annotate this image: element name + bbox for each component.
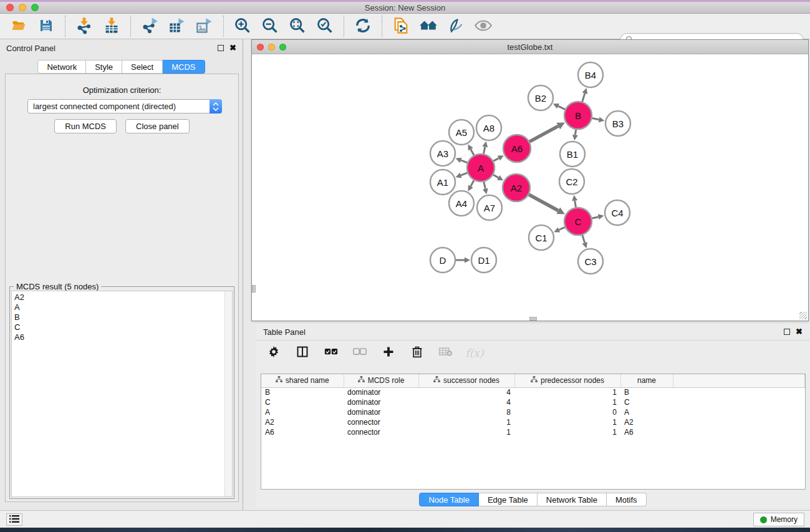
column-layout-button[interactable]	[294, 345, 311, 361]
graph-edge[interactable]	[575, 130, 576, 135]
mcds-result-item[interactable]: A	[14, 302, 232, 312]
close-panel-button[interactable]: Close panel	[125, 119, 190, 133]
export-image-button[interactable]	[195, 17, 215, 36]
table-cell[interactable]: connector	[344, 427, 418, 437]
resize-grip[interactable]	[799, 312, 807, 319]
tab-motifs[interactable]: Motifs	[607, 493, 647, 506]
table-cell[interactable]: dominator	[344, 387, 418, 397]
network-window-titlebar[interactable]: testGlobe.txt	[252, 40, 808, 54]
mcds-result-item[interactable]: A2	[14, 293, 232, 302]
mcds-result-list[interactable]: A2ABCA6	[11, 291, 233, 497]
graph-edge[interactable]	[471, 149, 474, 155]
column-header[interactable]: predecessor nodes	[514, 374, 620, 387]
tab-node-table[interactable]: Node Table	[419, 493, 479, 506]
graph-edge[interactable]	[592, 217, 598, 218]
column-header[interactable]: name	[620, 374, 673, 387]
graph-edge[interactable]	[582, 94, 585, 102]
tab-edge-table[interactable]: Edge Table	[479, 493, 538, 506]
close-panel-icon[interactable]: ✖	[229, 45, 236, 51]
mcds-result-item[interactable]: B	[14, 312, 232, 322]
criterion-dropdown[interactable]: largest connected component (directed)	[27, 99, 222, 114]
graph-edge[interactable]	[575, 201, 576, 208]
mcds-result-item[interactable]: A6	[14, 332, 232, 342]
column-header[interactable]: shared name	[261, 374, 344, 387]
refresh-button[interactable]	[353, 17, 373, 36]
graph-edge[interactable]	[582, 235, 585, 243]
table-cell[interactable]: connector	[344, 417, 418, 427]
table-row[interactable]: Bdominator41B	[261, 387, 805, 397]
delete-table-button[interactable]	[438, 345, 454, 361]
table-cell[interactable]: C	[261, 397, 344, 407]
unselect-all-button[interactable]	[352, 345, 368, 361]
float-table-panel-icon[interactable]	[784, 329, 790, 335]
function-builder-button[interactable]: f(x)	[466, 345, 483, 361]
tab-network-table[interactable]: Network Table	[538, 493, 607, 506]
table-cell[interactable]: 1	[514, 427, 620, 437]
graph-edge[interactable]	[471, 180, 474, 186]
task-history-button[interactable]	[6, 513, 22, 526]
graph-edge[interactable]	[529, 195, 558, 211]
table-cell[interactable]: 1	[514, 387, 620, 397]
open-session-button[interactable]	[9, 17, 29, 36]
network-canvas[interactable]: A5A8A3A1A4A7AA6A2B2B4BB3B1C2CC4C1C3DD1	[252, 54, 808, 321]
table-cell[interactable]: 4	[418, 387, 514, 397]
table-cell[interactable]: 0	[514, 407, 620, 417]
column-header[interactable]: MCDS role	[344, 374, 418, 387]
mcds-result-item[interactable]: C	[14, 322, 232, 332]
zoom-fit-button[interactable]	[287, 17, 307, 36]
graph-edge[interactable]	[493, 158, 499, 162]
table-row[interactable]: A6connector11A6	[261, 427, 805, 437]
tab-select[interactable]: Select	[122, 60, 163, 74]
table-cell[interactable]: B	[620, 387, 673, 397]
annotation-pen-button[interactable]	[446, 17, 466, 36]
select-all-button[interactable]	[323, 345, 339, 361]
copy-network-button[interactable]	[391, 17, 411, 36]
graph-edge[interactable]	[461, 173, 467, 175]
node-table[interactable]: shared nameMCDS rolesuccessor nodesprede…	[261, 374, 806, 490]
graph-edge[interactable]	[559, 227, 565, 230]
graph-edge[interactable]	[529, 126, 558, 142]
table-cell[interactable]: 1	[514, 397, 620, 407]
table-cell[interactable]: A6	[620, 427, 673, 437]
table-cell[interactable]: B	[261, 387, 344, 397]
graph-edge[interactable]	[493, 175, 498, 178]
graph-edge[interactable]	[484, 181, 485, 188]
table-cell[interactable]: 4	[418, 397, 514, 407]
close-table-panel-icon[interactable]: ✖	[796, 329, 803, 335]
home-views-button[interactable]	[418, 17, 438, 36]
zoom-in-button[interactable]	[233, 17, 253, 36]
table-cell[interactable]: 1	[418, 417, 514, 427]
mcds-result-scrollbar[interactable]	[224, 291, 232, 496]
table-cell[interactable]: 8	[418, 407, 514, 417]
export-network-button[interactable]	[140, 17, 160, 36]
table-row[interactable]: A2connector11A2	[261, 417, 805, 427]
tab-network[interactable]: Network	[37, 60, 86, 74]
table-cell[interactable]: dominator	[344, 397, 418, 407]
table-cell[interactable]: 1	[418, 427, 514, 437]
zoom-out-button[interactable]	[260, 17, 280, 36]
import-network-button[interactable]	[74, 17, 94, 36]
table-cell[interactable]: C	[620, 397, 673, 407]
run-mcds-button[interactable]: Run MCDS	[54, 119, 117, 133]
table-cell[interactable]: A	[261, 407, 344, 417]
import-table-button[interactable]	[102, 17, 122, 36]
tab-mcds[interactable]: MCDS	[163, 60, 205, 74]
graph-edge[interactable]	[592, 118, 599, 120]
delete-column-button[interactable]	[409, 345, 425, 361]
table-cell[interactable]: A	[620, 407, 673, 417]
graph-edge[interactable]	[461, 160, 467, 163]
left-edge-handle[interactable]	[252, 285, 256, 293]
table-cell[interactable]: A6	[261, 427, 344, 437]
table-row[interactable]: Cdominator41C	[261, 397, 805, 407]
eye-button[interactable]	[473, 17, 493, 36]
graph-edge[interactable]	[558, 106, 565, 109]
table-cell[interactable]: dominator	[344, 407, 418, 417]
tab-style[interactable]: Style	[86, 60, 122, 74]
table-cell[interactable]: 1	[514, 417, 620, 427]
column-header[interactable]: successor nodes	[418, 374, 514, 387]
memory-button[interactable]: Memory	[753, 513, 804, 526]
export-table-button[interactable]	[167, 17, 187, 36]
bottom-edge-handle[interactable]	[529, 317, 537, 321]
table-cell[interactable]: A2	[620, 417, 673, 427]
table-row[interactable]: Adominator80A	[261, 407, 805, 417]
